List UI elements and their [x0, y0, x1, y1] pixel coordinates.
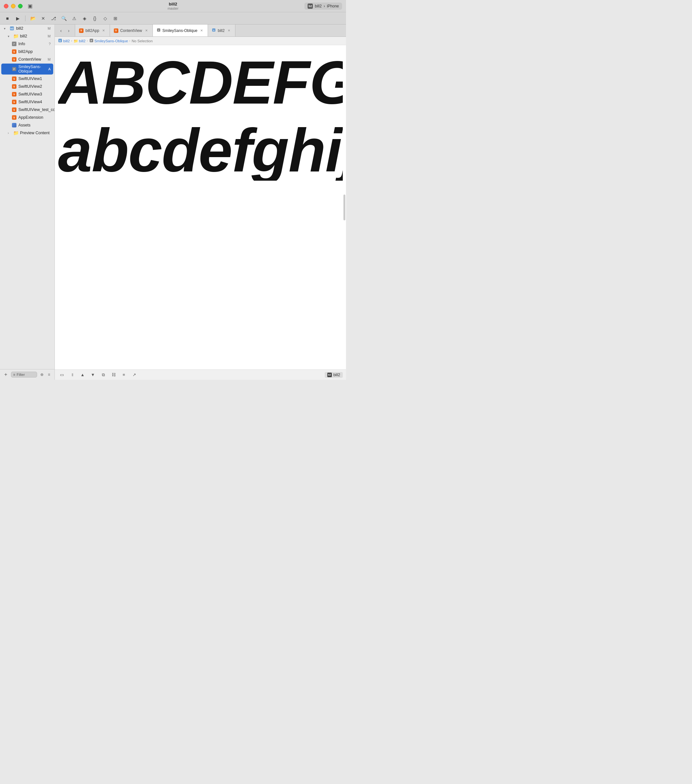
swift-icon: S: [12, 49, 17, 54]
sidebar-item-appextension[interactable]: S AppExtension: [1, 114, 53, 121]
sidebar-item-project-root[interactable]: ▾ b2 bill2 M: [1, 25, 53, 32]
up-button[interactable]: ▲: [79, 371, 86, 379]
window-title: bill2: [169, 2, 177, 7]
add-button[interactable]: +: [3, 371, 9, 378]
sidebar-item-swiftuiview3[interactable]: S SwiftUIView3: [1, 91, 53, 98]
share-button[interactable]: ↗: [130, 371, 138, 379]
editor-area: ‹ › S bill2App ✕ S ContentView ✕: [55, 25, 346, 380]
close-button[interactable]: [4, 4, 8, 8]
sidebar-item-swiftuiview1[interactable]: S SwiftUIView1: [1, 75, 53, 82]
scroll-indicator[interactable]: [344, 194, 345, 221]
group-badge: M: [48, 34, 51, 38]
code-button[interactable]: {}: [90, 15, 99, 22]
shape-button[interactable]: ◇: [101, 15, 109, 22]
sidebar-item-contentview[interactable]: S ContentView M: [1, 56, 53, 63]
breadcrumb-selection: No Selection: [131, 39, 153, 43]
tab-close-button[interactable]: ✕: [144, 28, 149, 33]
tab-back-button[interactable]: ‹: [58, 27, 64, 34]
chevron-right-icon: ›: [8, 131, 12, 135]
new-file-button[interactable]: 📂: [29, 15, 37, 22]
project-icon: b2: [9, 26, 15, 31]
breadcrumb: b bill2 › 📁 bill2 › F SmileySans-Oblique: [55, 37, 346, 45]
project-tab-icon: b: [212, 28, 216, 33]
copy-button[interactable]: ⧉: [99, 371, 107, 379]
folder-icon: 📁: [13, 33, 18, 39]
swift-tab-icon: S: [114, 28, 118, 33]
test-button[interactable]: ◈: [80, 15, 89, 22]
scheme-name: bill2: [315, 4, 322, 8]
breadcrumb-file[interactable]: F SmileySans-Oblique: [89, 38, 128, 43]
filter-options-button[interactable]: ≡: [46, 372, 52, 377]
sidebar-item-smileysans[interactable]: F SmileySans-Oblique A: [1, 64, 53, 74]
tab-close-button[interactable]: ✕: [227, 28, 231, 33]
sidebar-item-swiftuiview4[interactable]: S SwiftUIView4: [1, 99, 53, 105]
add-filter-button[interactable]: ⊕: [39, 372, 45, 377]
sidebar-bottom: + ≡ Filter ⊕ ≡: [0, 369, 54, 380]
tab-label: SmileySans-Oblique: [163, 28, 198, 33]
appextension-label: AppExtension: [18, 115, 43, 120]
breadcrumb-separator: ›: [87, 39, 88, 43]
chevron-icon: ›: [324, 4, 325, 8]
contentview-badge: M: [48, 58, 51, 61]
sidebar-item-bill2app[interactable]: S bill2App: [1, 48, 53, 55]
tab-bill2app[interactable]: S bill2App ✕: [75, 25, 110, 36]
svg-text:F: F: [158, 30, 159, 31]
plist-icon: P: [12, 41, 17, 46]
down-button[interactable]: ▼: [89, 371, 97, 379]
sidebar-item-preview-content[interactable]: › 📁 Preview Content: [1, 129, 53, 137]
minimize-button[interactable]: [11, 4, 15, 8]
tab-close-button[interactable]: ✕: [101, 28, 106, 33]
link-button[interactable]: ⛓: [110, 371, 117, 379]
swift-icon: S: [12, 84, 17, 89]
smileysans-badge: A: [48, 67, 51, 71]
swift-icon: S: [12, 115, 17, 120]
breadcrumb-project[interactable]: b bill2: [58, 38, 70, 43]
chevron-down-icon: ▾: [4, 27, 8, 30]
breadcrumb-folder[interactable]: 📁 bill2: [74, 39, 85, 43]
tab-navigation: ‹ ›: [55, 25, 75, 36]
tab-bar: ‹ › S bill2App ✕ S ContentView ✕: [55, 25, 346, 37]
warning-button[interactable]: ⚠: [70, 15, 78, 22]
close-tab-button[interactable]: ✕: [39, 15, 48, 22]
device-name: iPhone: [327, 4, 339, 8]
titlebar-center: bill2 master: [168, 2, 179, 10]
sidebar-item-swiftuiview2[interactable]: S SwiftUIView2: [1, 83, 53, 90]
font-preview-uppercase: ABCDEFGHIJ: [58, 52, 343, 113]
swift-tab-icon: S: [79, 28, 84, 33]
bill2app-label: bill2App: [18, 49, 33, 54]
layout-button[interactable]: ▭: [58, 371, 66, 379]
tab-smileysans[interactable]: F SmileySans-Oblique ✕: [153, 25, 208, 36]
align-button[interactable]: ≡: [120, 371, 128, 379]
group-label: bill2: [20, 34, 27, 38]
tab-contentview[interactable]: S ContentView ✕: [110, 25, 153, 36]
titlebar-right: b2 bill2 › iPhone: [304, 3, 342, 10]
columns-button[interactable]: ⦀: [68, 371, 76, 379]
stop-button[interactable]: ■: [3, 15, 12, 22]
scheme-selector[interactable]: b2 bill2 › iPhone: [304, 3, 342, 10]
sidebar-item-bill2-group[interactable]: ▾ 📁 bill2 M: [1, 33, 53, 40]
sidebar-item-assets[interactable]: Assets: [1, 122, 53, 129]
search-button[interactable]: 🔍: [60, 15, 68, 22]
svg-text:b: b: [59, 40, 61, 42]
info-label: Info: [18, 42, 25, 46]
font-preview-lowercase: abcdefghij: [58, 119, 343, 181]
font-preview: ABCDEFGHIJ abcdefghij: [55, 45, 346, 369]
grid-button[interactable]: ⊞: [111, 15, 120, 22]
font-tab-icon: F: [157, 28, 161, 33]
sidebar-toggle-icon[interactable]: ▣: [28, 3, 33, 9]
swift-icon: S: [12, 92, 17, 97]
bottom-scheme-label: bill2: [334, 373, 340, 377]
sidebar: ▾ b2 bill2 M ▾ 📁 bill2 M P Info ?: [0, 25, 55, 380]
main-layout: ▾ b2 bill2 M ▾ 📁 bill2 M P Info ?: [0, 25, 346, 380]
tab-forward-button[interactable]: ›: [65, 27, 72, 34]
bottom-scheme-badge[interactable]: b2 bill2: [325, 372, 343, 378]
titlebar: ▣ bill2 master b2 bill2 › iPhone: [0, 0, 346, 12]
sidebar-item-swiftuiview-test[interactable]: S SwiftUIView_test_code: [1, 106, 53, 113]
tab-bill2[interactable]: b bill2 ✕: [208, 25, 235, 36]
maximize-button[interactable]: [18, 4, 23, 8]
project-root-label: bill2: [16, 26, 23, 31]
sidebar-item-info[interactable]: P Info ?: [1, 40, 53, 48]
tab-close-button[interactable]: ✕: [199, 28, 204, 33]
run-button[interactable]: ▶: [13, 15, 22, 22]
source-control-button[interactable]: ⎇: [49, 15, 58, 22]
